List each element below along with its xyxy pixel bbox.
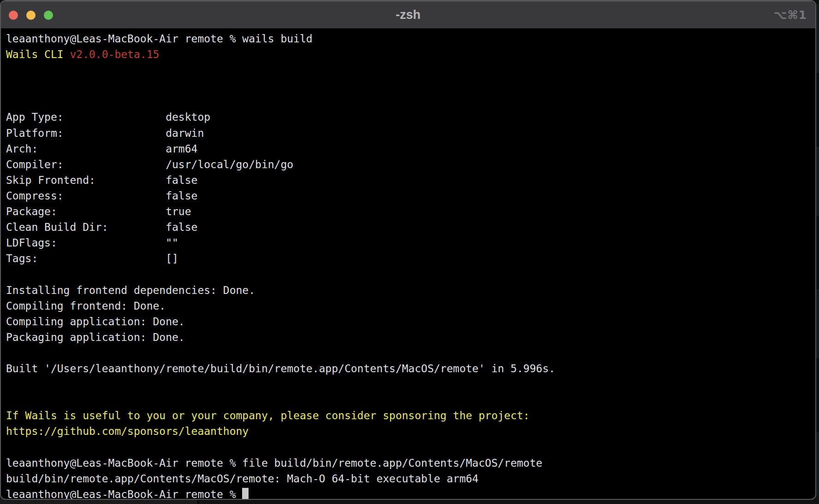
terminal-line: Compiling application: Done. [6,314,815,329]
config-key: Compress: [6,188,166,204]
traffic-lights [9,11,53,20]
terminal-line: build/bin/remote.app/Contents/MacOS/remo… [6,471,815,486]
terminal-text: Wails CLI [6,48,70,60]
terminal-text: Compiling application: Done. [6,316,185,328]
config-key: Platform: [6,125,166,141]
terminal-text: leaanthony@Leas-MacBook-Air remote % fil… [6,457,542,469]
config-value: /usr/local/go/bin/go [166,158,293,170]
terminal-text: If Wails is useful to you or your compan… [6,410,529,422]
config-value: "" [166,237,178,249]
terminal-blank-line [6,392,815,408]
terminal-line: Clean Build Dir:false [6,219,815,235]
terminal-line: Compiling frontend: Done. [6,298,815,314]
terminal-blank-line [6,439,815,455]
config-value: desktop [166,111,210,123]
terminal-line: leaanthony@Leas-MacBook-Air remote % fil… [6,455,815,471]
terminal-text: Packaging application: Done. [6,331,185,343]
terminal-line: Compress:false [6,188,815,204]
terminal-blank-line [6,78,815,94]
terminal-screen[interactable]: leaanthony@Leas-MacBook-Air remote % wai… [1,29,815,499]
tab-shortcut-label: ⌥⌘1 [774,1,807,29]
terminal-line: Packaging application: Done. [6,329,815,345]
terminal-line: Built '/Users/leaanthony/remote/build/bi… [6,361,815,376]
titlebar[interactable]: -zsh ⌥⌘1 [1,1,815,29]
minimize-button[interactable] [26,11,36,20]
terminal-line: Arch:arm64 [6,141,815,157]
config-key: Compiler: [6,157,166,172]
terminal-line: Compiler:/usr/local/go/bin/go [6,157,815,172]
terminal-line: LDFlags:"" [6,235,815,251]
terminal-line: App Type:desktop [6,109,815,125]
terminal-window: -zsh ⌥⌘1 leaanthony@Leas-MacBook-Air rem… [0,0,816,500]
config-key: Package: [6,204,166,219]
config-value: false [166,174,197,186]
config-key: Tags: [6,251,166,266]
terminal-prompt-line: leaanthony@Leas-MacBook-Air remote % [6,486,815,500]
config-key: LDFlags: [6,235,166,251]
terminal-cursor [242,488,249,500]
terminal-blank-line [6,345,815,361]
terminal-line: https://github.com/sponsors/leaanthony [6,423,815,439]
config-value: false [166,190,197,202]
terminal-text: Built '/Users/leaanthony/remote/build/bi… [6,363,555,375]
terminal-blank-line [6,376,815,392]
config-key: App Type: [6,109,166,125]
close-button[interactable] [9,11,18,20]
sponsor-link[interactable]: https://github.com/sponsors/leaanthony [6,425,249,437]
terminal-line: Tags:[] [6,251,815,266]
terminal-line: Wails CLI v2.0.0-beta.15 [6,47,815,62]
terminal-line: Package:true [6,204,815,219]
terminal-blank-line [6,266,815,282]
zoom-button[interactable] [44,11,53,20]
terminal-text: leaanthony@Leas-MacBook-Air remote % [6,488,242,500]
terminal-line: leaanthony@Leas-MacBook-Air remote % wai… [6,31,815,47]
terminal-blank-line [6,94,815,109]
terminal-text: v2.0.0-beta.15 [70,48,159,60]
terminal-line: Platform:darwin [6,125,815,141]
window-title: -zsh [1,1,815,29]
config-value: false [166,221,197,233]
config-value: true [166,205,191,217]
config-key: Skip Frontend: [6,172,166,188]
terminal-line: Installing frontend dependencies: Done. [6,282,815,298]
config-value: darwin [166,127,204,139]
config-key: Clean Build Dir: [6,219,166,235]
terminal-blank-line [6,62,815,78]
terminal-text: Compiling frontend: Done. [6,300,166,312]
terminal-line: Skip Frontend:false [6,172,815,188]
config-value: arm64 [166,143,197,155]
terminal-text: Installing frontend dependencies: Done. [6,284,255,296]
terminal-text: leaanthony@Leas-MacBook-Air remote % wai… [6,33,313,45]
config-key: Arch: [6,141,166,157]
terminal-text: build/bin/remote.app/Contents/MacOS/remo… [6,473,479,485]
terminal-line: If Wails is useful to you or your compan… [6,408,815,423]
config-value: [] [166,252,178,264]
